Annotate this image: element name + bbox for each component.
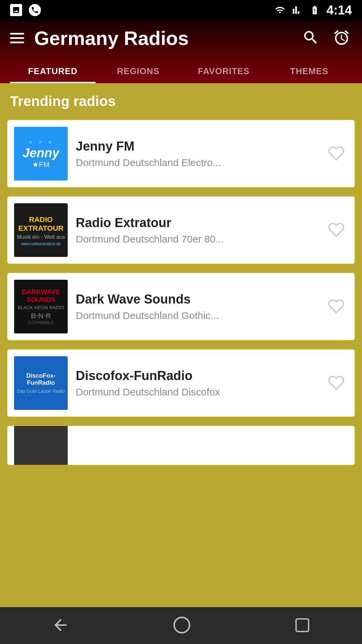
- favorite-button-extratour[interactable]: [324, 218, 348, 243]
- radio-card-discofox[interactable]: DiscoFox-FunRadio Das Gute Laune Radio D…: [7, 349, 355, 417]
- home-button[interactable]: [169, 612, 194, 639]
- photo-icon: [10, 4, 22, 16]
- back-button[interactable]: [48, 612, 73, 639]
- status-time: 4:14: [326, 3, 352, 17]
- tabs-bar: FEATURED REGIONS FAVORITES THEMES: [10, 59, 352, 83]
- radio-name-jenny: Jenny FM: [76, 139, 316, 154]
- heart-icon-discofox: [328, 374, 345, 391]
- phone-icon: [29, 4, 41, 16]
- svg-point-0: [174, 618, 190, 633]
- radio-name-discofox: Discofox-FunRadio: [76, 369, 316, 383]
- battery-icon: [308, 5, 321, 15]
- radio-desc-darkwave: Dortmund Deutschland Gothic...: [76, 310, 316, 321]
- app-bar: Germany Radios FEATURED REGIONS FAVORITE…: [0, 20, 362, 83]
- signal-icon: [292, 5, 303, 15]
- radio-thumbnail-darkwave: DARKWAVESOUNDS BLACK NEON RADIO B·N·R 3 …: [14, 280, 68, 333]
- section-title: Trending radios: [7, 93, 355, 109]
- radio-name-extratour: Radio Extratour: [76, 216, 316, 230]
- radio-card-extratour[interactable]: RADIOEXTRATOUR Musik ein - Welt aus www.…: [7, 196, 355, 264]
- alarm-button[interactable]: [331, 27, 352, 49]
- status-bar-left-icons: [10, 4, 41, 16]
- radio-thumbnail-jenny: ★ ★ ★ Jenny ★FM: [14, 127, 68, 180]
- app-bar-top: Germany Radios: [10, 27, 352, 56]
- radio-thumbnail-partial: [14, 425, 68, 466]
- heart-icon-jenny: [328, 145, 345, 162]
- radio-thumbnail-extratour: RADIOEXTRATOUR Musik ein - Welt aus www.…: [14, 203, 68, 257]
- svg-rect-1: [296, 619, 309, 632]
- radio-info-darkwave: Dark Wave Sounds Dortmund Deutschland Go…: [76, 292, 316, 321]
- wifi-icon: [273, 5, 287, 15]
- status-bar: 4:14: [0, 0, 362, 20]
- favorite-button-darkwave[interactable]: [324, 294, 348, 319]
- radio-desc-extratour: Dortmund Deutschland 70er 80...: [76, 233, 316, 245]
- favorite-button-jenny[interactable]: [324, 142, 348, 166]
- tab-regions[interactable]: REGIONS: [96, 59, 181, 83]
- content-area: Trending radios ★ ★ ★ Jenny ★FM Jenny FM…: [0, 83, 362, 613]
- tab-themes[interactable]: THEMES: [266, 59, 352, 83]
- radio-thumbnail-discofox: DiscoFox-FunRadio Das Gute Laune Radio: [14, 356, 68, 410]
- radio-info-jenny: Jenny FM Dortmund Deutschland Electro...: [76, 139, 316, 168]
- menu-button[interactable]: [10, 33, 24, 43]
- radio-card-darkwave[interactable]: DARKWAVESOUNDS BLACK NEON RADIO B·N·R 3 …: [7, 272, 355, 341]
- home-circle-icon: [173, 616, 191, 634]
- tab-favorites[interactable]: FAVORITES: [181, 59, 266, 83]
- radio-card-partial[interactable]: [7, 425, 355, 466]
- radio-desc-discofox: Dortmund Deutschland Discofox: [76, 386, 316, 398]
- radio-info-discofox: Discofox-FunRadio Dortmund Deutschland D…: [76, 369, 316, 398]
- radio-card-jenny-fm[interactable]: ★ ★ ★ Jenny ★FM Jenny FM Dortmund Deutsc…: [7, 119, 355, 188]
- app-bar-left: Germany Radios: [10, 27, 189, 49]
- recents-icon: [294, 617, 311, 634]
- radio-info-extratour: Radio Extratour Dortmund Deutschland 70e…: [76, 216, 316, 245]
- alarm-icon: [333, 29, 350, 46]
- favorite-button-discofox[interactable]: [324, 371, 348, 395]
- radio-name-darkwave: Dark Wave Sounds: [76, 292, 316, 307]
- recents-button[interactable]: [291, 613, 314, 638]
- heart-icon-extratour: [328, 221, 345, 238]
- search-icon: [302, 29, 319, 46]
- page-title: Germany Radios: [34, 27, 189, 49]
- heart-icon-darkwave: [328, 298, 345, 315]
- radio-desc-jenny: Dortmund Deutschland Electro...: [76, 157, 316, 168]
- search-button[interactable]: [300, 27, 321, 49]
- back-icon: [51, 616, 70, 634]
- bottom-navigation: [0, 607, 362, 644]
- app-bar-actions: [300, 27, 352, 49]
- tab-featured[interactable]: FEATURED: [10, 59, 96, 83]
- status-bar-right-icons: 4:14: [273, 3, 352, 17]
